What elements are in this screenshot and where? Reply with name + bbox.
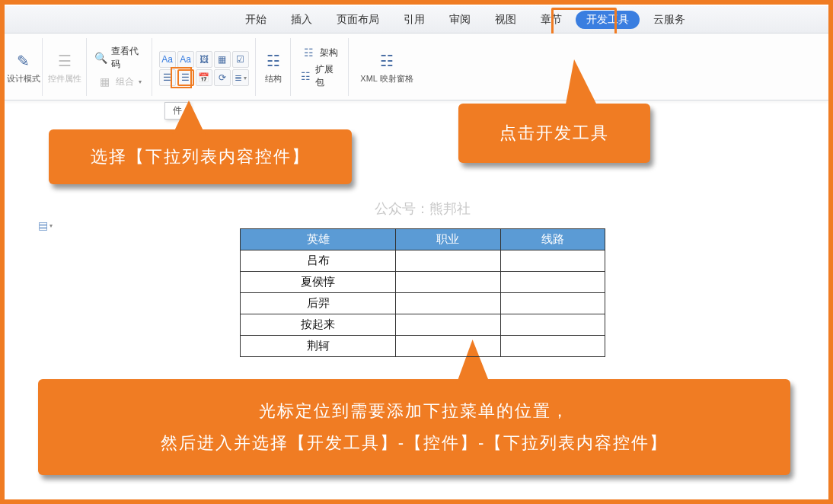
table-cell[interactable]: 夏侯惇 <box>241 272 396 293</box>
document-watermark: 公众号：熊邦社 <box>122 199 723 218</box>
ribbon-group-code: 🔍 查看代码 ▦ 组合▾ <box>87 38 152 96</box>
table-cell[interactable] <box>500 272 605 293</box>
extensions-label: 扩展包 <box>315 63 340 89</box>
group-icon: ▦ <box>97 74 113 89</box>
tab-developer[interactable]: 开发工具 <box>576 11 640 29</box>
control-buildingblock[interactable]: ▦ <box>214 51 231 68</box>
control-combobox[interactable]: ☰ <box>159 69 176 86</box>
view-code-button[interactable]: 🔍 查看代码 <box>91 43 147 72</box>
schema-button[interactable]: ☷ 架构 <box>298 43 341 62</box>
view-code-label: 查看代码 <box>111 45 144 71</box>
tab-chapter[interactable]: 章节 <box>530 11 573 29</box>
table-row: 荆轲 <box>241 336 605 357</box>
table-cell[interactable] <box>500 336 605 357</box>
table-cell[interactable]: 荆轲 <box>241 336 396 357</box>
callout-select-dropdown: 选择【下拉列表内容控件】 <box>49 129 352 184</box>
group-button: ▦ 组合▾ <box>94 72 145 91</box>
control-checkbox[interactable]: ☑ <box>232 51 249 68</box>
table-cell[interactable] <box>396 250 500 272</box>
table-cell[interactable] <box>396 272 500 293</box>
design-mode-label[interactable]: 设计模式 <box>7 73 40 85</box>
control-props-label: 控件属性 <box>48 73 81 85</box>
tab-cloud[interactable]: 云服务 <box>643 11 696 29</box>
callout-click-devtools: 点击开发工具 <box>458 104 650 163</box>
tab-start[interactable]: 开始 <box>235 11 277 29</box>
tab-layout[interactable]: 页面布局 <box>326 11 390 29</box>
tab-view[interactable]: 视图 <box>484 11 527 29</box>
xml-map-icon: ☷ <box>376 50 397 72</box>
table-cell[interactable]: 吕布 <box>241 250 396 272</box>
table-header-class: 职业 <box>396 229 500 250</box>
table-cell[interactable]: 按起来 <box>241 314 396 336</box>
tab-reference[interactable]: 引用 <box>393 11 436 29</box>
schema-icon: ☷ <box>302 45 317 60</box>
ribbon-group-structure: ☷ 结构 <box>256 38 291 96</box>
extensions-icon: ☷ <box>298 69 312 84</box>
xml-map-label[interactable]: XML 映射窗格 <box>360 73 413 85</box>
callout-instructions-line2: 然后进入并选择【开发工具】-【控件】-【下拉列表内容控件】 <box>161 427 669 459</box>
control-datepicker[interactable]: 📅 <box>196 69 212 86</box>
table-row: 夏侯惇 <box>241 272 605 293</box>
ribbon-tabbar: 开始 插入 页面布局 引用 审阅 视图 章节 开发工具 云服务 <box>5 6 828 33</box>
table-row: 后羿 <box>241 293 605 314</box>
table-cell[interactable] <box>396 336 500 357</box>
app-frame: 开始 插入 页面布局 引用 审阅 视图 章节 开发工具 云服务 ✎ 设计模式 ☰… <box>0 0 833 504</box>
table-row: 吕布 <box>241 250 605 272</box>
control-legacy[interactable]: ≣▾ <box>232 69 249 86</box>
tab-review[interactable]: 审阅 <box>439 11 481 29</box>
table-cell[interactable] <box>500 314 605 336</box>
control-dropdownlist[interactable]: ☰ <box>177 69 194 86</box>
ribbon-group-controls: Aa Aa 🖼 ▦ ☑ ☰ ☰ 📅 ⟳ ≣▾ <box>152 38 256 96</box>
group-label: 组合 <box>116 75 134 88</box>
design-mode-icon: ✎ <box>13 50 34 72</box>
data-table: 英雄 职业 线路 吕布 夏侯惇 后羿 <box>240 228 605 357</box>
document-body: 公众号：熊邦社 英雄 职业 线路 吕布 夏侯惇 <box>122 199 723 357</box>
table-header-hero: 英雄 <box>241 229 396 250</box>
tab-insert[interactable]: 插入 <box>280 11 323 29</box>
table-header-row: 英雄 职业 线路 <box>241 229 605 250</box>
callout-instructions-line1: 光标定位到需要添加下拉菜单的位置， <box>259 395 570 427</box>
nav-pane-icon[interactable]: ▤▾ <box>38 218 53 233</box>
schema-label: 架构 <box>320 46 338 59</box>
control-props-icon: ☰ <box>54 50 75 72</box>
structure-label[interactable]: 结构 <box>265 73 282 85</box>
callout-instructions: 光标定位到需要添加下拉菜单的位置， 然后进入并选择【开发工具】-【控件】-【下拉… <box>38 379 790 475</box>
control-picture[interactable]: 🖼 <box>196 51 212 68</box>
control-plaintext[interactable]: Aa <box>177 51 194 68</box>
chevron-down-icon: ▾ <box>139 78 142 85</box>
ribbon: ✎ 设计模式 ☰ 控件属性 🔍 查看代码 ▦ 组合▾ Aa Aa 🖼 ▦ ☑ <box>5 33 828 100</box>
control-repeating[interactable]: ⟳ <box>214 69 231 86</box>
ribbon-group-xml: ☷ XML 映射窗格 <box>349 38 425 96</box>
table-header-lane: 线路 <box>500 229 605 250</box>
table-cell[interactable]: 后羿 <box>241 293 396 314</box>
table-cell[interactable] <box>500 250 605 272</box>
magnify-icon: 🔍 <box>94 50 108 65</box>
table-cell[interactable] <box>396 293 500 314</box>
extensions-button[interactable]: ☷ 扩展包 <box>295 62 343 91</box>
table-row: 按起来 <box>241 314 605 336</box>
control-richtext[interactable]: Aa <box>159 51 176 68</box>
structure-icon: ☷ <box>263 50 284 72</box>
ribbon-group-schema: ☷ 架构 ☷ 扩展包 <box>291 38 349 96</box>
ribbon-group-designmode: ✎ 设计模式 <box>5 38 43 96</box>
table-cell[interactable] <box>396 314 500 336</box>
ribbon-group-props: ☰ 控件属性 <box>43 38 87 96</box>
table-cell[interactable] <box>500 293 605 314</box>
